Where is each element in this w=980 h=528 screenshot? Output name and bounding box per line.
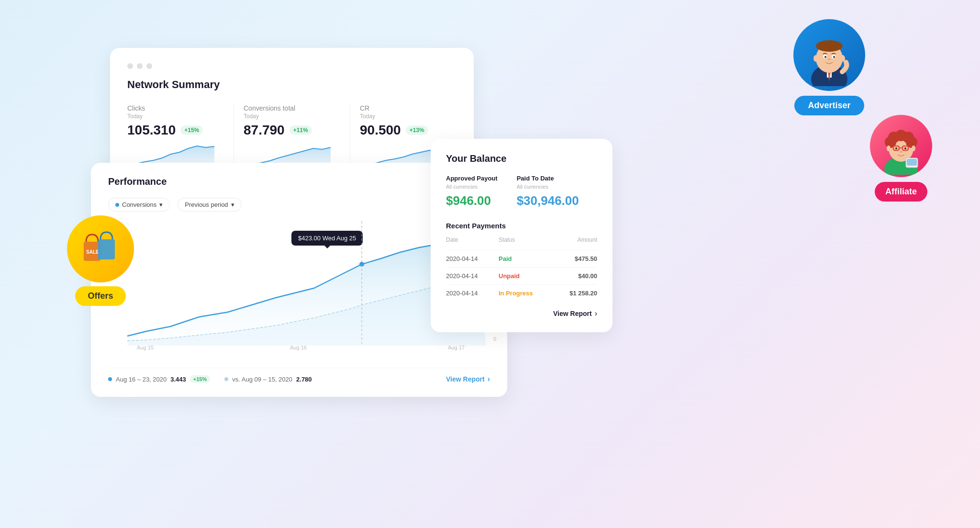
affiliate-character: [877, 117, 925, 175]
svg-point-43: [912, 146, 915, 151]
conv-value-row: 87.790 +11%: [244, 123, 331, 138]
prev-period-dot: [224, 377, 228, 381]
divider-2: [350, 104, 350, 168]
advertiser-avatar: [793, 19, 865, 91]
paid-to-date-sub: All currencies: [517, 184, 579, 190]
paid-to-date: Paid To Date All currencies $30,946.00: [517, 175, 579, 208]
footer-stat-prev: vs. Aug 09 – 15, 2020 2.780: [224, 376, 312, 383]
balance-card: Your Balance Approved Payout All currenc…: [431, 139, 612, 332]
header-amount: Amount: [546, 236, 597, 243]
performance-footer: Aug 16 – 23, 2020 3.443 +15% vs. Aug 09 …: [108, 368, 490, 383]
balance-view-report-chevron-icon: ›: [595, 309, 597, 318]
advertiser-character: [803, 24, 856, 86]
clicks-value-row: 105.310 +15%: [127, 123, 214, 138]
offers-icon: SALE: [74, 223, 127, 275]
offers-circle: SALE: [67, 215, 134, 282]
svg-text:Aug 15: Aug 15: [137, 345, 154, 350]
row3-amount: $1 258.20: [546, 290, 597, 297]
row3-status: In Progress: [499, 290, 546, 297]
conv-value: 87.790: [244, 123, 285, 138]
payment-row-3: 2020-04-14 In Progress $1 258.20: [446, 284, 597, 302]
svg-point-24: [833, 56, 835, 58]
header-status: Status: [499, 236, 546, 243]
clicks-label: Clicks: [127, 104, 214, 112]
offers-bubble: SALE Offers: [67, 215, 134, 306]
svg-point-20: [816, 40, 843, 52]
conv-badge: +11%: [290, 125, 312, 135]
conv-label: Conversions total: [244, 104, 331, 112]
svg-text:0: 0: [493, 336, 496, 342]
network-summary-title: Network Summary: [127, 79, 457, 91]
svg-point-26: [813, 55, 818, 62]
metric-clicks: Clicks Today 105.310 +15%: [127, 104, 224, 168]
conversions-filter[interactable]: Conversions ▾: [108, 198, 170, 212]
balance-view-report-button[interactable]: View Report: [553, 310, 592, 317]
balance-title: Your Balance: [446, 153, 597, 164]
period-filter[interactable]: Previous period ▾: [178, 198, 241, 212]
affiliate-bubble: Affiliate: [870, 115, 932, 202]
row2-date: 2020-04-14: [446, 272, 499, 280]
svg-point-40: [904, 147, 906, 149]
svg-rect-48: [98, 239, 115, 259]
current-period-dot: [108, 377, 112, 381]
row3-date: 2020-04-14: [446, 290, 499, 297]
svg-text:Aug 17: Aug 17: [448, 345, 465, 350]
svg-point-42: [887, 146, 891, 151]
divider-1: [234, 104, 234, 168]
cr-value: 90.500: [360, 123, 401, 138]
cr-period: Today: [360, 113, 447, 120]
row2-status: Unpaid: [499, 272, 546, 280]
cr-badge: +13%: [406, 125, 428, 135]
dot-1: [127, 63, 133, 69]
clicks-value: 105.310: [127, 123, 176, 138]
current-period-label: Aug 16 – 23, 2020: [116, 376, 167, 383]
row1-amount: $475.50: [546, 255, 597, 262]
table-header: Date Status Amount: [446, 236, 597, 245]
footer-stats: Aug 16 – 23, 2020 3.443 +15% vs. Aug 09 …: [108, 375, 312, 383]
payment-table: Date Status Amount 2020-04-14 Paid $475.…: [446, 236, 597, 302]
conversions-chevron-icon: ▾: [159, 201, 163, 208]
offers-label: Offers: [75, 286, 125, 306]
payment-row-1: 2020-04-14 Paid $475.50: [446, 250, 597, 267]
conversions-filter-label: Conversions: [122, 201, 156, 208]
balance-footer: View Report ›: [446, 309, 597, 318]
row2-amount: $40.00: [546, 272, 597, 280]
clicks-period: Today: [127, 113, 214, 120]
view-report-label: View Report: [446, 375, 485, 383]
metric-conversions: Conversions total Today 87.790 +11%: [244, 104, 340, 168]
svg-text:SALE: SALE: [86, 249, 99, 255]
approved-payout-label: Approved Payout: [446, 175, 498, 182]
paid-to-date-value: $30,946.00: [517, 193, 579, 208]
recent-payments-title: Recent Payments: [446, 222, 597, 230]
affiliate-avatar: [870, 115, 932, 177]
advertiser-label: Advertiser: [794, 96, 864, 115]
current-period-badge: +15%: [190, 375, 210, 383]
period-filter-label: Previous period: [185, 201, 228, 208]
current-period-value: 3.443: [170, 376, 186, 383]
svg-point-41: [900, 151, 902, 153]
cr-value-row: 90.500 +13%: [360, 123, 447, 138]
view-report-button[interactable]: View Report ›: [446, 375, 490, 383]
performance-title: Performance: [108, 176, 167, 187]
clicks-badge: +15%: [180, 125, 203, 135]
approved-payout: Approved Payout All currencies $946.00: [446, 175, 498, 208]
dot-2: [137, 63, 143, 69]
metrics-row: Clicks Today 105.310 +15%: [127, 104, 457, 168]
advertiser-bubble: Advertiser: [793, 19, 865, 115]
header-date: Date: [446, 236, 499, 243]
svg-point-25: [828, 58, 831, 60]
window-controls: [127, 63, 457, 69]
view-report-chevron-icon: ›: [488, 375, 490, 383]
prev-period-value: 2.780: [296, 376, 312, 383]
payment-row-2: 2020-04-14 Unpaid $40.00: [446, 267, 597, 284]
cr-label: CR: [360, 104, 447, 112]
dot-3: [146, 63, 152, 69]
conv-period: Today: [244, 113, 331, 120]
svg-text:Aug 16: Aug 16: [290, 345, 307, 350]
filter-dot-blue: [115, 203, 119, 207]
approved-payout-sub: All currencies: [446, 184, 498, 190]
row1-date: 2020-04-14: [446, 255, 499, 262]
prev-period-label: vs. Aug 09 – 15, 2020: [232, 376, 292, 383]
paid-to-date-label: Paid To Date: [517, 175, 579, 182]
affiliate-label: Affiliate: [875, 182, 927, 202]
